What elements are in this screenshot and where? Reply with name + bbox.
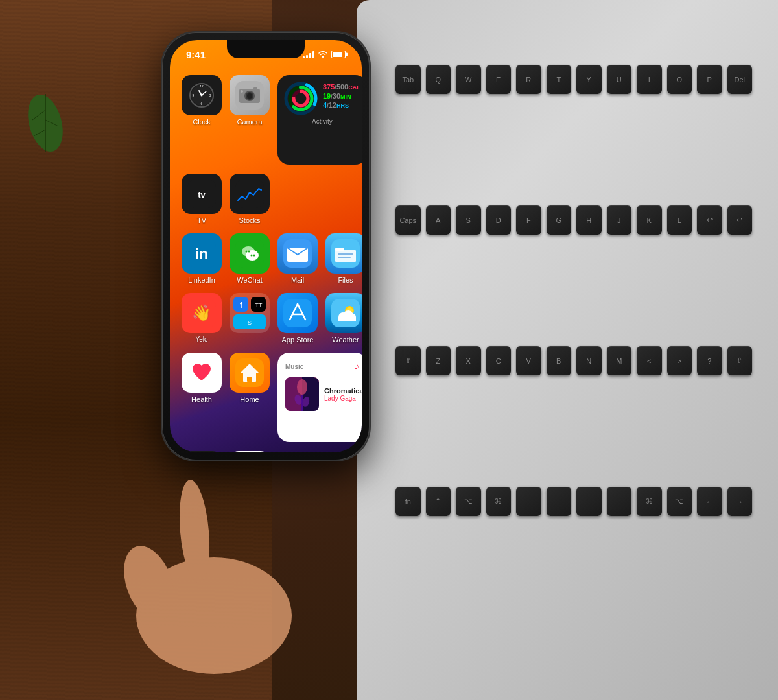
svg-rect-65 xyxy=(338,317,356,321)
music-widget-title: Music xyxy=(285,363,303,370)
keyboard-key: ⌥ xyxy=(667,487,692,516)
camera-icon-img xyxy=(230,75,270,115)
leaf-decoration xyxy=(19,78,71,156)
keyboard-key: T xyxy=(547,65,572,94)
social-cluster-grid: f TT xyxy=(230,293,270,333)
keyboard-key: Z xyxy=(426,346,451,375)
laptop-keyboard-area: TabQWERTYUIOPDelCapsASDFGHJKL↩↩⇧ZXCVBNM<… xyxy=(357,0,778,700)
wave-icon-img: 👋 xyxy=(182,293,222,333)
notch xyxy=(227,40,305,58)
app-wechat[interactable]: WeChat xyxy=(230,233,270,284)
svg-text:in: in xyxy=(195,246,208,262)
signal-bar-4 xyxy=(312,51,314,58)
app-row-3: in LinkedIn xyxy=(182,233,350,284)
app-files[interactable]: Files xyxy=(325,233,362,284)
keyboard-key: < xyxy=(637,346,662,375)
keyboard-key: ⌘ xyxy=(486,487,512,516)
move-stat: 375/500CAL xyxy=(323,83,360,91)
keyboard-key: > xyxy=(667,346,692,375)
app-weather[interactable]: Weather xyxy=(325,293,362,344)
music-widget-info: Chromatica Lady Gaga xyxy=(324,387,362,402)
keyboard-key: K xyxy=(637,205,662,235)
keyboard-key: C xyxy=(486,346,512,375)
keyboard-key: Y xyxy=(576,65,602,94)
svg-point-21 xyxy=(241,90,243,93)
app-row-1: 12 3 6 9 Clock xyxy=(182,75,350,165)
artist-name: Lady Gaga xyxy=(324,395,362,402)
keyboard-key: I xyxy=(637,65,662,94)
svg-text:TT: TT xyxy=(255,302,262,309)
keyboard-key xyxy=(547,487,572,516)
keyboard-key xyxy=(516,487,541,516)
svg-text:tv: tv xyxy=(198,190,206,200)
tiktok-mini: TT xyxy=(251,297,266,312)
keyboard-key xyxy=(576,487,602,516)
health-icon-img xyxy=(182,353,222,393)
keyboard-key: P xyxy=(697,65,722,94)
keyboard-key: ⌃ xyxy=(426,487,451,516)
wave-label: Yelo xyxy=(195,336,207,343)
app-camera[interactable]: Camera xyxy=(230,75,270,126)
mail-label: Mail xyxy=(291,276,304,284)
activity-widget-label: Activity xyxy=(284,118,360,125)
song-title: Chromatica xyxy=(324,387,362,395)
svg-point-73 xyxy=(297,379,307,395)
app-mail[interactable]: Mail xyxy=(277,233,318,284)
svg-text:3: 3 xyxy=(209,93,211,97)
app-linkedin[interactable]: in LinkedIn xyxy=(182,233,222,284)
keyboard-key: ↩ xyxy=(727,205,753,235)
svg-rect-30 xyxy=(235,180,264,208)
home-label: Home xyxy=(240,395,259,403)
clock-label: Clock xyxy=(193,118,211,126)
tv-label: TV xyxy=(197,216,206,224)
music-widget-content: Chromatica Lady Gaga xyxy=(285,377,359,411)
facebook-mini: f xyxy=(233,297,248,312)
svg-text:S: S xyxy=(248,320,252,326)
keyboard-key: R xyxy=(516,65,541,94)
keyboard-key: ⌥ xyxy=(456,487,481,516)
svg-text:9: 9 xyxy=(193,93,194,97)
keyboard-key: → xyxy=(727,487,753,516)
signal-bar-1 xyxy=(303,56,305,58)
app-clock[interactable]: 12 3 6 9 Clock xyxy=(182,75,222,126)
app-wave[interactable]: 👋 Yelo xyxy=(182,293,222,343)
signal-bar-2 xyxy=(306,55,308,58)
signal-bar-3 xyxy=(309,53,311,58)
wechat-icon-img xyxy=(230,233,270,274)
app-social-cluster[interactable]: f TT xyxy=(230,293,270,336)
tv-icon-img: tv xyxy=(182,174,222,214)
files-label: Files xyxy=(338,276,353,284)
svg-point-14 xyxy=(201,95,203,97)
keyboard-key: J xyxy=(607,205,632,235)
stocks-label: Stocks xyxy=(239,216,260,224)
svg-rect-20 xyxy=(253,88,257,90)
keyboard-key: ⌘ xyxy=(637,487,662,516)
app-stocks[interactable]: Stocks xyxy=(230,174,270,224)
keyboard-key: ↩ xyxy=(697,205,722,235)
music-note-icon: ♪ xyxy=(354,360,359,372)
app-row-4: 👋 Yelo f xyxy=(182,293,350,344)
stocks-icon-img xyxy=(230,174,270,214)
keyboard-key: L xyxy=(667,205,692,235)
status-time: 9:41 xyxy=(183,49,206,60)
svg-text:6: 6 xyxy=(201,102,203,106)
keyboard-key: E xyxy=(486,65,512,94)
keyboard-key: ← xyxy=(697,487,722,516)
keyboard-key: Del xyxy=(727,65,753,94)
app-grid: 12 3 6 9 Clock xyxy=(170,69,362,452)
app-activity-widget[interactable]: 375/500CAL 19/30MIN 4/12HRS Activity xyxy=(277,75,362,165)
camera-label: Camera xyxy=(237,118,262,126)
keyboard-key: ? xyxy=(697,346,722,375)
appstore-icon-img xyxy=(277,293,318,333)
linkedin-icon-img: in xyxy=(182,233,222,274)
music-widget-header: Music ♪ xyxy=(285,360,359,372)
keyboard-key xyxy=(607,487,632,516)
app-health[interactable]: Health xyxy=(182,353,222,403)
app-appstore[interactable]: App Store xyxy=(277,293,318,344)
app-tv[interactable]: tv TV xyxy=(182,174,222,224)
phone-body: 9:41 xyxy=(162,32,370,460)
svg-rect-70 xyxy=(247,377,252,382)
appstore-label: App Store xyxy=(282,336,314,344)
app-home[interactable]: Home xyxy=(230,353,270,403)
keyboard-key: V xyxy=(516,346,541,375)
